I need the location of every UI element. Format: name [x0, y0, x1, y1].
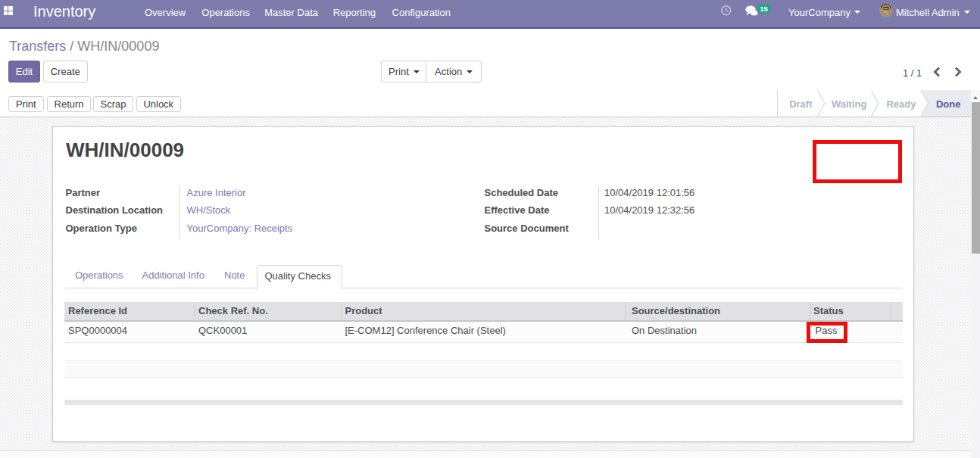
svg-text:Waiting: Waiting — [832, 98, 867, 110]
svg-text:Ready: Ready — [886, 98, 916, 110]
svg-text:Draft: Draft — [789, 98, 813, 110]
svg-text:Done: Done — [936, 98, 961, 110]
